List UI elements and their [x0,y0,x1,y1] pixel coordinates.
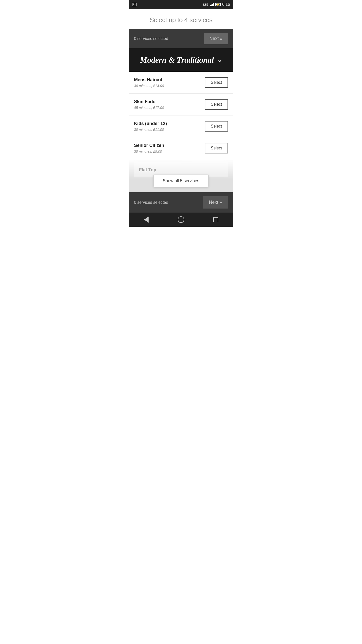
service-item-mens-haircut: Mens Haircut 30 minutes, £14.00 Select [129,72,233,94]
service-name: Skin Fade [134,99,205,104]
back-button[interactable] [139,215,154,225]
clock: 6:16 [222,2,230,7]
service-details: 30 minutes, £11.00 [134,128,205,132]
service-info: Senior Citizen 30 minutes, £9.00 [134,143,205,153]
service-info: Flat Top [139,167,223,174]
top-next-button[interactable]: Next » [204,33,228,44]
signal-bars-icon [210,3,214,6]
service-details: 30 minutes, £9.00 [134,149,205,153]
select-button-senior[interactable]: Select [205,143,228,153]
service-details: 30 minutes, £14.00 [134,84,205,88]
bottom-next-button[interactable]: Next » [203,196,228,209]
status-bar: LTE ⚡ 6:16 [129,0,233,9]
page-title: Select up to 4 services [129,9,233,29]
category-title: Modern & Traditional ⌄ [140,55,222,65]
service-list: Mens Haircut 30 minutes, £14.00 Select S… [129,72,233,159]
top-header-bar: 0 services selected Next » [129,29,233,48]
nav-bar [129,213,233,227]
show-all-container: Flat Top Show all 5 services [129,159,233,192]
back-icon [144,217,149,223]
show-all-button-wrapper: Show all 5 services [134,175,228,187]
home-icon [178,216,184,223]
status-bar-right: LTE ⚡ 6:16 [203,2,230,7]
service-name: Kids (under 12) [134,121,205,126]
lte-indicator: LTE [203,3,208,6]
bottom-services-selected: 0 services selected [134,200,168,205]
home-button[interactable] [173,215,189,225]
sd-card-icon [132,3,137,6]
recent-apps-button[interactable] [208,215,223,225]
service-info: Mens Haircut 30 minutes, £14.00 [134,77,205,88]
recent-apps-icon [213,217,218,222]
chevron-down-icon: ⌄ [217,57,222,64]
battery-bolt: ⚡ [216,4,219,6]
service-info: Kids (under 12) 30 minutes, £11.00 [134,121,205,132]
select-button-mens-haircut[interactable]: Select [205,77,228,88]
top-services-selected: 0 services selected [134,36,168,41]
show-all-services-button[interactable]: Show all 5 services [153,175,209,187]
service-info: Skin Fade 45 minutes, £17.00 [134,99,205,110]
select-button-skin-fade[interactable]: Select [205,99,228,110]
service-item-skin-fade: Skin Fade 45 minutes, £17.00 Select [129,94,233,115]
battery-icon: ⚡ [215,3,221,6]
service-name: Mens Haircut [134,77,205,83]
service-item-kids: Kids (under 12) 30 minutes, £11.00 Selec… [129,115,233,137]
select-button-kids[interactable]: Select [205,121,228,132]
category-title-text: Modern & Traditional [140,55,214,65]
service-item-senior: Senior Citizen 30 minutes, £9.00 Select [129,137,233,159]
service-details: 45 minutes, £17.00 [134,106,205,110]
category-header[interactable]: Modern & Traditional ⌄ [129,48,233,72]
service-name: Senior Citizen [134,143,205,148]
service-name: Flat Top [139,167,223,173]
bottom-bar: 0 services selected Next » [129,192,233,213]
status-bar-left [132,3,137,6]
